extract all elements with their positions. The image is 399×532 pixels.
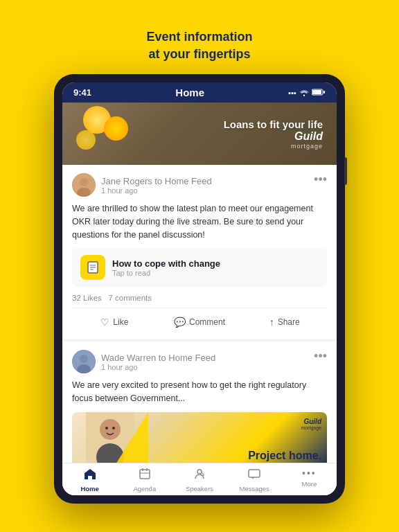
post-time-1: 1 hour ago xyxy=(101,186,212,195)
banner-tagline: Loans to fit your life xyxy=(224,118,323,130)
svg-point-11 xyxy=(80,355,88,363)
home-icon xyxy=(84,468,96,484)
news-feed: Jane Rogers to Home Feed 1 hour ago ••• … xyxy=(62,165,337,463)
status-time: 9:41 xyxy=(73,87,91,98)
post-image-2: Guild mortgage Project home. xyxy=(72,412,327,463)
author-name-2: Wade Warren to Home Feed xyxy=(101,353,215,363)
nav-agenda-label: Agenda xyxy=(133,485,156,493)
heart-icon: ♡ xyxy=(100,317,109,328)
page-background: Event information at your fingertips 9:4… xyxy=(54,28,345,504)
post-card-1: Jane Rogers to Home Feed 1 hour ago ••• … xyxy=(62,165,337,339)
share-icon: ↑ xyxy=(269,317,274,328)
nav-messages[interactable]: Messages xyxy=(227,468,282,493)
svg-rect-18 xyxy=(140,470,150,479)
agenda-icon xyxy=(139,468,151,484)
nav-agenda[interactable]: Agenda xyxy=(117,468,172,493)
nav-speakers-label: Speakers xyxy=(186,485,213,493)
author-details-1: Jane Rogers to Home Feed 1 hour ago xyxy=(101,176,212,195)
messages-icon xyxy=(248,468,260,484)
post-body-2: We are very excited to present how to ge… xyxy=(72,379,327,405)
status-title: Home xyxy=(175,87,204,98)
like-label: Like xyxy=(113,317,128,327)
banner-brand: Guild xyxy=(224,130,323,143)
banner-decoration xyxy=(69,103,139,165)
signal-icon: ▪▪▪ xyxy=(288,89,296,97)
attachment-title-1: How to cope with change xyxy=(112,258,220,269)
status-icons: ▪▪▪ xyxy=(288,88,326,98)
post-attachment-1[interactable]: How to cope with change Tap to read xyxy=(72,248,327,287)
nav-more[interactable]: ••• More xyxy=(282,468,337,493)
triangle-decoration xyxy=(114,412,148,463)
status-bar: 9:41 Home ▪▪▪ xyxy=(62,82,337,103)
svg-point-4 xyxy=(80,178,88,186)
nav-more-label: More xyxy=(302,480,317,488)
battery-icon xyxy=(312,88,326,98)
author-name-1: Jane Rogers to Home Feed xyxy=(101,176,212,186)
project-text: Project home. xyxy=(248,450,321,462)
comment-button-1[interactable]: 💬 Comment xyxy=(157,314,242,330)
attachment-text-1: How to cope with change Tap to read xyxy=(112,258,220,277)
banner-text: Loans to fit your life Guild mortgage xyxy=(224,118,323,150)
post-more-menu-1[interactable]: ••• xyxy=(314,173,327,186)
page-title: Event information at your fingertips xyxy=(54,28,345,63)
banner-brand-sub: mortgage xyxy=(224,143,323,150)
guild-badge-2: Guild mortgage xyxy=(301,418,321,430)
post-time-2: 1 hour ago xyxy=(101,363,215,371)
post-body-1: We are thrilled to show the latest plan … xyxy=(72,202,327,241)
author-details-2: Wade Warren to Home Feed 1 hour ago xyxy=(101,353,215,371)
attachment-icon-1 xyxy=(80,255,105,280)
author-info-2: Wade Warren to Home Feed 1 hour ago xyxy=(72,350,215,373)
post-stats-1: 32 Likes 7 comments xyxy=(72,294,327,302)
author-info-1: Jane Rogers to Home Feed 1 hour ago xyxy=(72,173,212,197)
post-card-2: Wade Warren to Home Feed 1 hour ago ••• … xyxy=(62,342,337,463)
page-header: Event information at your fingertips xyxy=(54,28,345,63)
nav-home[interactable]: Home xyxy=(62,468,117,493)
bottom-navigation: Home Agenda xyxy=(62,463,337,495)
post-header-1: Jane Rogers to Home Feed 1 hour ago ••• xyxy=(72,173,327,197)
share-button-1[interactable]: ↑ Share xyxy=(242,314,327,330)
nav-messages-label: Messages xyxy=(240,485,269,493)
svg-point-16 xyxy=(105,427,108,429)
tablet-screen: 9:41 Home ▪▪▪ xyxy=(62,82,337,495)
hero-banner: Loans to fit your life Guild mortgage xyxy=(62,103,337,165)
avatar-jane xyxy=(72,173,96,197)
comment-label: Comment xyxy=(189,317,225,327)
avatar-wade xyxy=(72,350,96,373)
comment-icon: 💬 xyxy=(174,317,186,328)
svg-rect-1 xyxy=(312,90,321,94)
svg-rect-23 xyxy=(249,470,260,477)
power-button xyxy=(344,157,347,185)
post-actions-1: ♡ Like 💬 Comment ↑ Share xyxy=(72,308,327,330)
speakers-icon xyxy=(193,468,206,484)
share-label: Share xyxy=(278,317,300,327)
svg-point-22 xyxy=(197,470,202,474)
attachment-subtitle-1: Tap to read xyxy=(112,269,220,277)
like-button-1[interactable]: ♡ Like xyxy=(72,314,157,330)
tablet-frame: 9:41 Home ▪▪▪ xyxy=(54,74,345,504)
wifi-icon xyxy=(299,88,309,98)
more-icon: ••• xyxy=(302,468,317,479)
post-header-2: Wade Warren to Home Feed 1 hour ago ••• xyxy=(72,350,327,373)
nav-speakers[interactable]: Speakers xyxy=(172,468,227,493)
post-more-menu-2[interactable]: ••• xyxy=(314,350,327,362)
svg-rect-2 xyxy=(323,91,325,94)
nav-home-label: Home xyxy=(80,485,98,493)
